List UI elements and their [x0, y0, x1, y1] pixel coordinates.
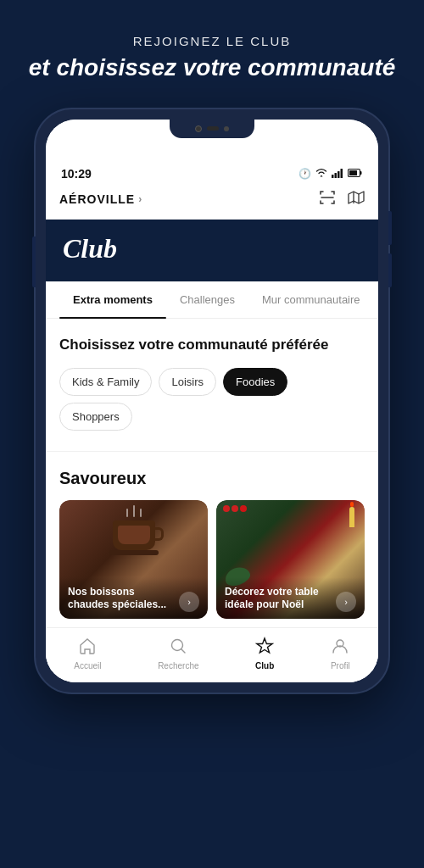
sensor-bar	[207, 126, 219, 131]
tabs-row: Extra moments Challenges Mur communautai…	[46, 281, 378, 319]
home-icon	[78, 637, 97, 658]
svg-line-11	[181, 649, 185, 653]
address-actions	[319, 189, 365, 210]
notch-area	[46, 120, 378, 143]
nav-accueil[interactable]: Accueil	[74, 637, 101, 670]
status-time: 10:29	[61, 167, 92, 181]
svg-rect-3	[341, 169, 343, 178]
phone-notch	[170, 120, 254, 138]
svg-rect-2	[338, 171, 340, 178]
phone-screen: 10:29 🕐	[46, 120, 378, 682]
svg-rect-6	[360, 171, 362, 175]
star-icon	[255, 637, 274, 658]
battery-icon	[348, 168, 363, 180]
chip-loisirs[interactable]: Loisirs	[159, 368, 216, 396]
scan-icon[interactable]	[319, 189, 336, 210]
hero-subtitle: REJOIGNEZ LE CLUB	[17, 34, 407, 48]
steam-decoration	[126, 509, 142, 517]
bottom-nav: Accueil Recherche	[46, 627, 378, 682]
svg-rect-0	[332, 175, 334, 178]
card-boissons[interactable]: Nos boissons chaudes spéciales... ›	[59, 500, 208, 619]
power-button	[32, 236, 36, 287]
address-location[interactable]: AÉROVILLE ›	[59, 192, 142, 206]
card-noel-arrow: ›	[336, 592, 356, 612]
tabs-container: Extra moments Challenges Mur communautai…	[46, 281, 378, 682]
savoureux-heading: Savoureux	[59, 469, 365, 488]
map-icon[interactable]	[348, 189, 365, 210]
chip-kids-family[interactable]: Kids & Family	[59, 368, 152, 396]
address-chevron-icon: ›	[138, 193, 142, 205]
status-bar: 10:29 🕐	[46, 143, 378, 184]
app-title: Club	[63, 233, 361, 264]
volume-down-button	[388, 253, 392, 287]
svg-rect-1	[335, 173, 338, 178]
card-boissons-overlay: Nos boissons chaudes spéciales... ›	[59, 577, 208, 619]
chips-row: Kids & Family Loisirs Foodies Shoppers	[59, 368, 365, 431]
cup-saucer	[109, 550, 159, 555]
app-header: Club	[46, 220, 378, 281]
savoureux-section: Savoureux	[59, 469, 365, 619]
clock-icon: 🕐	[298, 168, 311, 180]
cards-row: Nos boissons chaudes spéciales... ›	[46, 500, 378, 619]
nav-accueil-label: Accueil	[74, 661, 101, 670]
address-bar: AÉROVILLE ›	[46, 184, 378, 220]
camera-dot	[195, 125, 202, 132]
phone-frame: 10:29 🕐	[34, 108, 390, 694]
section-divider	[46, 451, 378, 452]
search-icon	[169, 637, 187, 658]
svg-rect-5	[349, 170, 357, 175]
card-noel-text: Décorez votre table idéale pour Noël	[225, 586, 331, 612]
status-icons: 🕐	[298, 167, 363, 180]
card-boissons-arrow: ›	[179, 592, 199, 612]
card-noel-overlay: Décorez votre table idéale pour Noël ›	[216, 577, 365, 619]
wifi-icon	[315, 167, 327, 180]
tab-extra-moments[interactable]: Extra moments	[59, 281, 166, 318]
profile-icon	[331, 637, 349, 658]
card-boissons-text: Nos boissons chaudes spéciales...	[68, 586, 174, 612]
chip-shoppers[interactable]: Shoppers	[59, 403, 132, 431]
tab-challenges[interactable]: Challenges	[166, 281, 248, 318]
volume-up-button	[388, 211, 392, 245]
cup-handle	[155, 527, 164, 541]
chip-foodies[interactable]: Foodies	[223, 368, 287, 396]
speaker-dot	[224, 126, 229, 131]
cup-body	[113, 520, 155, 550]
nav-club[interactable]: Club	[255, 637, 274, 670]
community-section: Choisissez votre communauté préférée Kid…	[59, 336, 365, 431]
card-noel[interactable]: Décorez votre table idéale pour Noël ›	[216, 500, 365, 619]
nav-recherche-label: Recherche	[158, 661, 198, 670]
community-title: Choisissez votre communauté préférée	[59, 336, 365, 354]
nav-club-label: Club	[255, 661, 274, 670]
nav-recherche[interactable]: Recherche	[158, 637, 198, 670]
nav-profil[interactable]: Profil	[331, 637, 350, 670]
tab-mur-communautaire[interactable]: Mur communautaire	[248, 281, 374, 318]
content-area: Choisissez votre communauté préférée Kid…	[46, 319, 378, 619]
hero-section: REJOIGNEZ LE CLUB et choisissez votre co…	[0, 0, 424, 108]
signal-icon	[332, 168, 343, 180]
nav-profil-label: Profil	[331, 661, 350, 670]
cup-liquid	[118, 526, 150, 544]
hero-title: et choisissez votre communauté	[17, 53, 407, 82]
